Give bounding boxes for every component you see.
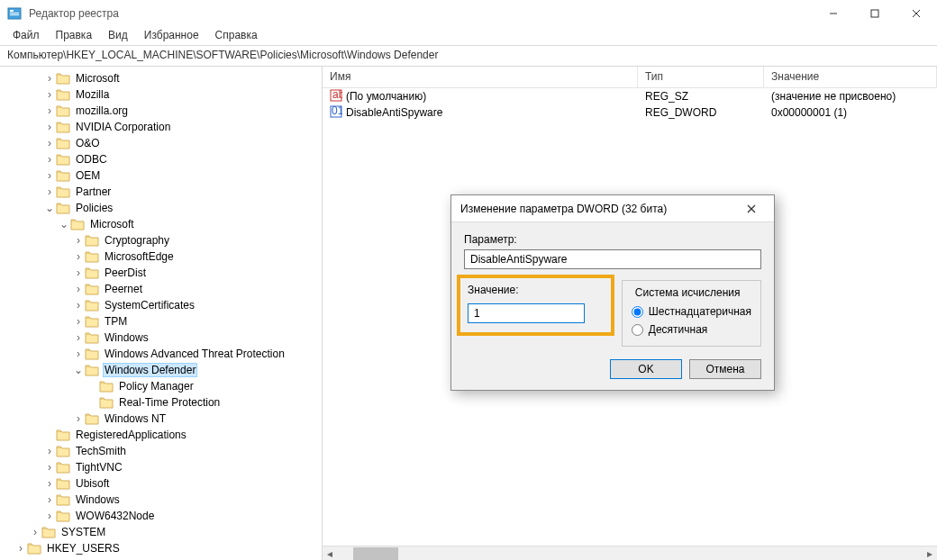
menu-edit[interactable]: Правка (49, 27, 100, 45)
expand-chevron-icon[interactable]: › (72, 331, 85, 344)
expand-chevron-icon[interactable]: › (43, 72, 56, 85)
tree-item[interactable]: ›Microsoft (0, 70, 322, 86)
menu-file[interactable]: Файл (5, 27, 47, 45)
tree-item[interactable]: ›O&O (0, 135, 322, 151)
expand-chevron-icon[interactable]: › (72, 299, 85, 312)
tree-item[interactable]: ›SYSTEM (0, 524, 322, 540)
tree-item[interactable]: ›WOW6432Node (0, 508, 322, 524)
tree-item[interactable]: ›Partner (0, 184, 322, 200)
tree-item[interactable]: ›Windows Advanced Threat Protection (0, 346, 322, 362)
col-header-name[interactable]: Имя (323, 67, 638, 87)
horizontal-scrollbar[interactable]: ◂ ▸ (323, 546, 937, 560)
svg-rect-3 (10, 14, 19, 15)
tree-item[interactable]: ›PeerDist (0, 265, 322, 281)
expand-chevron-icon[interactable]: › (43, 477, 56, 490)
tree-item[interactable]: Policy Manager (0, 378, 322, 394)
expand-chevron-icon[interactable]: › (43, 121, 56, 133)
tree-item[interactable]: ›Cryptography (0, 232, 322, 248)
tree-item[interactable]: ›OEM (0, 167, 322, 184)
expand-chevron-icon[interactable]: › (29, 526, 41, 538)
address-bar[interactable]: Компьютер\HKEY_LOCAL_MACHINE\SOFTWARE\Po… (0, 45, 937, 67)
tree-item[interactable]: ⌄Windows Defender (0, 362, 322, 378)
ok-button[interactable]: OK (610, 359, 682, 379)
expand-chevron-icon[interactable]: › (43, 185, 56, 198)
scroll-left-arrow[interactable]: ◂ (323, 546, 337, 561)
expand-chevron-icon[interactable]: › (43, 104, 56, 117)
tree-item[interactable]: ›SystemCertificates (0, 297, 322, 313)
tree-item-label: TPM (103, 315, 129, 328)
expand-chevron-icon[interactable]: › (43, 153, 56, 166)
tree-item[interactable]: ›Windows NT (0, 411, 322, 427)
minimize-button[interactable] (813, 0, 854, 27)
param-input[interactable] (464, 249, 761, 269)
tree-item[interactable]: ›Peernet (0, 281, 322, 297)
value-input[interactable] (468, 303, 585, 323)
menu-favorites[interactable]: Избранное (137, 27, 206, 45)
tree-item[interactable]: ›Ubisoft (0, 475, 322, 492)
expand-chevron-icon[interactable]: › (43, 510, 56, 522)
maximize-button[interactable] (854, 0, 896, 27)
tree-item-label: Windows Advanced Threat Protection (103, 348, 287, 360)
value-type: REG_SZ (638, 90, 764, 103)
tree-item[interactable]: ›TechSmith (0, 443, 322, 459)
radio-hex[interactable] (632, 306, 643, 318)
col-header-data[interactable]: Значение (764, 67, 937, 87)
tree-pane[interactable]: ›Microsoft›Mozilla›mozilla.org›NVIDIA Co… (0, 67, 323, 560)
folder-icon (56, 429, 70, 441)
tree-item[interactable]: Real-Time Protection (0, 394, 322, 411)
menu-help[interactable]: Справка (208, 27, 265, 45)
expand-chevron-icon[interactable]: ⌄ (43, 202, 56, 214)
expand-chevron-icon[interactable]: › (72, 283, 85, 295)
value-row[interactable]: 011DisableAntiSpywareREG_DWORD0x00000001… (323, 104, 937, 121)
cancel-button[interactable]: Отмена (689, 359, 761, 379)
expand-chevron-icon[interactable]: › (43, 137, 56, 149)
tree-item[interactable]: RegisteredApplications (0, 427, 322, 443)
col-header-type[interactable]: Тип (638, 67, 764, 87)
tree-item[interactable]: ›Mozilla (0, 86, 322, 103)
tree-item-label: Windows Defender (103, 363, 197, 377)
expand-chevron-icon[interactable]: › (72, 234, 85, 247)
tree-item[interactable]: ›mozilla.org (0, 103, 322, 119)
radio-dec[interactable] (632, 324, 643, 336)
expand-chevron-icon[interactable]: › (72, 315, 85, 328)
tree-item[interactable]: ⌄Microsoft (0, 216, 322, 232)
tree-item[interactable]: ›Windows (0, 492, 322, 508)
svg-text:011: 011 (332, 105, 342, 117)
tree-item[interactable]: ›MicrosoftEdge (0, 248, 322, 265)
expand-chevron-icon[interactable]: › (43, 445, 56, 457)
expand-chevron-icon[interactable]: › (14, 542, 27, 555)
expand-chevron-icon[interactable]: › (43, 461, 56, 474)
expand-chevron-icon[interactable]: ⌄ (58, 218, 70, 230)
scroll-thumb[interactable] (353, 547, 398, 560)
tree-item[interactable]: ⌄Policies (0, 200, 322, 216)
folder-icon (99, 396, 114, 409)
tree-item-label: Policy Manager (117, 380, 196, 393)
expand-chevron-icon[interactable]: › (72, 250, 85, 263)
tree-item[interactable]: ›NVIDIA Corporation (0, 119, 322, 135)
expand-chevron-icon[interactable]: › (43, 88, 56, 101)
folder-icon (56, 121, 70, 133)
expand-chevron-icon[interactable]: › (72, 266, 85, 279)
tree-item[interactable]: ›ODBC (0, 151, 322, 167)
close-button[interactable] (896, 0, 937, 27)
scroll-right-arrow[interactable]: ▸ (923, 546, 937, 561)
expand-chevron-icon[interactable]: ⌄ (72, 364, 85, 376)
tree-item[interactable]: ›Windows (0, 330, 322, 346)
folder-icon (70, 218, 85, 230)
menubar: Файл Правка Вид Избранное Справка (0, 27, 937, 45)
tree-item[interactable]: ›TPM (0, 313, 322, 330)
expand-chevron-icon[interactable]: › (43, 493, 56, 506)
value-row[interactable]: ab(По умолчанию)REG_SZ(значение не присв… (323, 88, 937, 104)
tree-item-label: Windows NT (103, 412, 168, 425)
expand-chevron-icon[interactable]: › (72, 348, 85, 360)
expand-chevron-icon[interactable]: › (72, 412, 85, 425)
tree-item-label: mozilla.org (74, 104, 130, 117)
window-title: Редактор реестра (29, 7, 813, 20)
tree-item[interactable]: ›TightVNC (0, 459, 322, 475)
menu-view[interactable]: Вид (101, 27, 135, 45)
dialog-close-button[interactable] (738, 202, 765, 216)
tree-item-label: Microsoft (74, 72, 122, 85)
expand-chevron-icon[interactable]: › (43, 169, 56, 182)
tree-item-label: Cryptography (103, 234, 171, 247)
tree-item[interactable]: ›HKEY_USERS (0, 540, 322, 556)
